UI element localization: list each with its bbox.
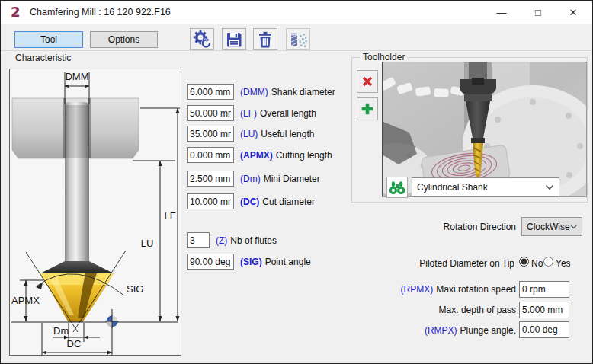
label-nb-of-flutes: (Z)Nb of flutes — [216, 232, 277, 248]
piloted-radio-no[interactable] — [519, 257, 529, 267]
input-shank-diameter[interactable] — [187, 84, 234, 100]
maxi-rotation-speed-label: (RPMX)Maxi rotation speed — [329, 284, 516, 295]
input-point-angle[interactable] — [187, 254, 234, 270]
dim-label-dc: DC — [67, 338, 82, 350]
chamfering-mill-dialog: 2 Chamfering Mill : 16 120 922.F16 — □ ✕… — [0, 0, 593, 364]
dim-label-lu: LU — [141, 238, 154, 249]
red-cross-icon — [360, 74, 375, 89]
browse-toolholder-button[interactable] — [386, 177, 408, 198]
title-bar: 2 Chamfering Mill : 16 120 922.F16 — □ ✕ — [1, 1, 592, 24]
input-overall-length[interactable] — [187, 105, 234, 121]
dim-label-sig: SIG — [127, 283, 143, 295]
piloted-radio-no-label: No — [531, 258, 543, 269]
tab-tool[interactable]: Tool — [14, 31, 83, 48]
max-depth-of-pass-label: Max. depth of pass — [329, 305, 516, 315]
simulation-button[interactable] — [286, 28, 310, 50]
tool-diagram: DMM LF LU APMX SI — [10, 69, 181, 355]
rotation-direction-label: Rotation Direction — [359, 222, 516, 232]
rotation-direction-select[interactable]: ClockWise — [521, 217, 582, 236]
shank-type-value: Cylindrical Shank — [417, 182, 488, 193]
minimize-button[interactable]: — — [489, 1, 514, 24]
save-tool-button[interactable] — [222, 28, 246, 50]
reload-tool-button[interactable] — [190, 28, 214, 50]
label-point-angle: (SIG)Point angle — [240, 254, 311, 270]
origin-marker-icon — [105, 315, 119, 328]
label-cut-diameter: (DC)Cut diameter — [240, 193, 315, 209]
simulation-icon — [288, 30, 308, 49]
shank-type-select[interactable]: Cylindrical Shank — [412, 177, 559, 197]
chevron-down-icon — [570, 224, 577, 230]
toolbar-separator — [1, 50, 592, 51]
binoculars-icon — [388, 180, 406, 195]
maxi-rotation-speed-input[interactable] — [519, 281, 569, 298]
green-plus-icon — [360, 101, 375, 117]
dim-label-dmm: DMM — [65, 71, 88, 82]
label-overall-length: (LF)Overall length — [240, 105, 316, 121]
piloted-radio-yes[interactable] — [543, 257, 553, 267]
piloted-diameter-label: Piloted Diameter on Tip — [336, 258, 514, 269]
toolholder-group: Toolholder — [351, 57, 588, 203]
piloted-radio-yes-label: Yes — [556, 258, 571, 269]
label-shank-diameter: (DMM)Shank diameter — [240, 84, 335, 100]
dim-label-apmx: APMX — [11, 295, 40, 306]
input-cutting-length[interactable] — [187, 147, 234, 163]
dim-label-lf: LF — [164, 210, 175, 222]
remove-toolholder-button[interactable] — [357, 70, 378, 93]
rotation-direction-value: ClockWise — [527, 222, 570, 232]
input-nb-of-flutes[interactable] — [187, 232, 210, 248]
label-cutting-length: (APMX)Cutting length — [240, 147, 332, 163]
window-title: Chamfering Mill : 16 120 922.F16 — [30, 7, 171, 18]
chevron-down-icon — [545, 184, 554, 190]
label-mini-diameter: (Dm)Mini Diameter — [240, 171, 320, 187]
save-icon — [225, 30, 243, 49]
max-depth-of-pass-input[interactable] — [519, 302, 569, 318]
label-useful-length: (LU)Useful length — [240, 126, 314, 142]
characteristic-section-label: Characteristic — [15, 53, 71, 63]
input-mini-diameter[interactable] — [187, 171, 234, 187]
sync-gear-icon — [193, 30, 212, 49]
delete-tool-button[interactable] — [253, 28, 277, 50]
close-button[interactable]: ✕ — [560, 1, 586, 24]
input-useful-length[interactable] — [187, 126, 234, 142]
dim-label-dm: Dm — [53, 325, 69, 337]
delete-icon — [256, 30, 274, 49]
toolholder-group-label: Toolholder — [360, 52, 408, 62]
plunge-angle-input[interactable] — [519, 321, 569, 338]
input-cut-diameter[interactable] — [187, 193, 234, 209]
add-toolholder-button[interactable] — [357, 97, 378, 120]
tab-options[interactable]: Options — [90, 31, 158, 48]
maximize-button[interactable]: □ — [525, 1, 551, 24]
plunge-angle-label: (RMPX)Plunge angle. — [329, 325, 516, 336]
tool-diagram-panel: DMM LF LU APMX SI — [9, 69, 181, 356]
app-logo-icon: 2 — [11, 4, 20, 20]
